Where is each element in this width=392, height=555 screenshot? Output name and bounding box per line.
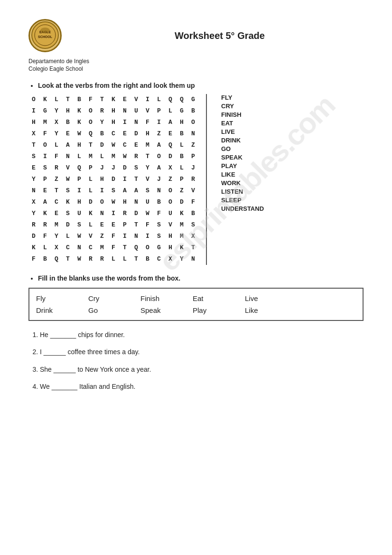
grid-cell: W [74, 254, 84, 264]
grid-cell: C [120, 140, 130, 150]
grid-cell: T [63, 254, 73, 264]
grid-cell: D [131, 208, 141, 218]
grid-cell: L [165, 105, 176, 116]
grid-cell: I [120, 231, 130, 241]
grid-cell: M [40, 117, 50, 127]
grid-cell: K [40, 208, 50, 218]
grid-cell: B [142, 254, 153, 264]
grid-cell: B [177, 151, 187, 161]
grid-cell: H [74, 197, 84, 207]
grid-cell: F [85, 94, 96, 104]
grid-cell: Y [97, 117, 107, 127]
word-item: GO [221, 145, 264, 152]
grid-cell: N [188, 254, 198, 264]
grid-cell: V [131, 94, 141, 104]
grid-cell: W [74, 231, 84, 241]
grid-cell: X [28, 197, 39, 207]
grid-cell: Z [154, 128, 164, 139]
word-item: WORK [221, 179, 264, 187]
word-item: SLEEP [221, 197, 264, 204]
sentence-item: We _______ Italian and English. [40, 381, 364, 392]
grid-cell: H [142, 128, 153, 139]
grid-cell: Q [131, 242, 141, 253]
grid-row: YKESUKNIRDWFUKB [28, 208, 198, 218]
grid-cell: A [154, 140, 164, 150]
grid-cell: Y [51, 128, 62, 139]
grid-cell: H [28, 117, 39, 127]
grid-cell: D [85, 197, 96, 207]
grid-cell: S [40, 162, 50, 173]
grid-cell: R [97, 254, 107, 264]
grid-cell: G [177, 105, 187, 116]
grid-cell: E [40, 185, 50, 196]
grid-cell: P [188, 151, 198, 161]
word-item: EAT [221, 120, 264, 127]
grid-cell: K [74, 117, 84, 127]
grid-row: KLXCNCMFTQOGHKT [28, 242, 198, 253]
grid-cell: Y [51, 105, 62, 116]
grid-cell: N [63, 151, 73, 161]
grid-cell: N [120, 105, 130, 116]
grid-cell: E [51, 208, 62, 218]
grid-cell: B [74, 94, 84, 104]
grid-cell: V [165, 219, 176, 230]
grid-cell: U [131, 105, 141, 116]
grid-cell: A [165, 117, 176, 127]
grid-cell: B [188, 105, 198, 116]
grid-cell: Z [177, 185, 187, 196]
grid-cell: N [188, 128, 198, 139]
fill-instruction: Fill in the blanks use the words from th… [38, 274, 364, 282]
grid-cell: L [51, 94, 62, 104]
grid-cell: D [177, 197, 187, 207]
grid-cell: P [154, 105, 164, 116]
grid-cell: T [97, 94, 107, 104]
grid-cell: H [74, 140, 84, 150]
grid-cell: X [51, 117, 62, 127]
grid-cell: Y [177, 254, 187, 264]
dept-info: Departamento de Ingles [28, 58, 364, 65]
grid-cell: W [108, 140, 119, 150]
word-item: CRY [221, 103, 264, 110]
grid-cell: O [154, 151, 164, 161]
grid-cell: H [108, 117, 119, 127]
word-item: FLY [221, 94, 264, 101]
grid-cell: P [120, 219, 130, 230]
grid-row: IGYHKORHNUVPLGB [28, 105, 198, 116]
grid-cell: B [154, 197, 164, 207]
grid-cell: P [85, 162, 96, 173]
grid-cell: H [120, 197, 130, 207]
grid-cell: S [63, 185, 73, 196]
grid-cell: S [142, 185, 153, 196]
grid-cell: M [142, 140, 153, 150]
sentence-item: She ______ to New York once a year. [40, 364, 364, 375]
grid-cell: Q [74, 162, 84, 173]
grid-cell: A [131, 185, 141, 196]
grid-cell: K [177, 242, 187, 253]
grid-cell: I [154, 117, 164, 127]
grid-cell: T [131, 254, 141, 264]
grid-cell: X [165, 254, 176, 264]
word-box: FlyCryFinishEatLiveDrinkGoSpeakPlayLike [28, 288, 364, 321]
grid-cell: L [63, 231, 73, 241]
grid-cell: R [51, 162, 62, 173]
grid-cell: L [97, 151, 107, 161]
grid-cell: B [97, 128, 107, 139]
grid-cell: F [142, 117, 153, 127]
grid-cell: M [177, 219, 187, 230]
grid-cell: A [154, 162, 164, 173]
grid-row: SIFNLMLMWRTODBP [28, 151, 198, 161]
grid-cell: Q [85, 128, 96, 139]
grid-cell: L [85, 219, 96, 230]
grid-cell: A [120, 185, 130, 196]
grid-cell: D [28, 231, 39, 241]
grid-cell: F [40, 128, 50, 139]
grid-cell: C [51, 197, 62, 207]
word-box-row2: DrinkGoSpeakPlayLike [36, 304, 356, 316]
grid-cell: E [28, 162, 39, 173]
grid-cell: L [108, 254, 119, 264]
grid-cell: C [85, 242, 96, 253]
header: EAGLE SCHOOL Worksheet 5° Grade [28, 19, 364, 52]
grid-cell: I [120, 117, 130, 127]
grid-cell: U [74, 208, 84, 218]
word-box-item: Live [245, 294, 278, 302]
